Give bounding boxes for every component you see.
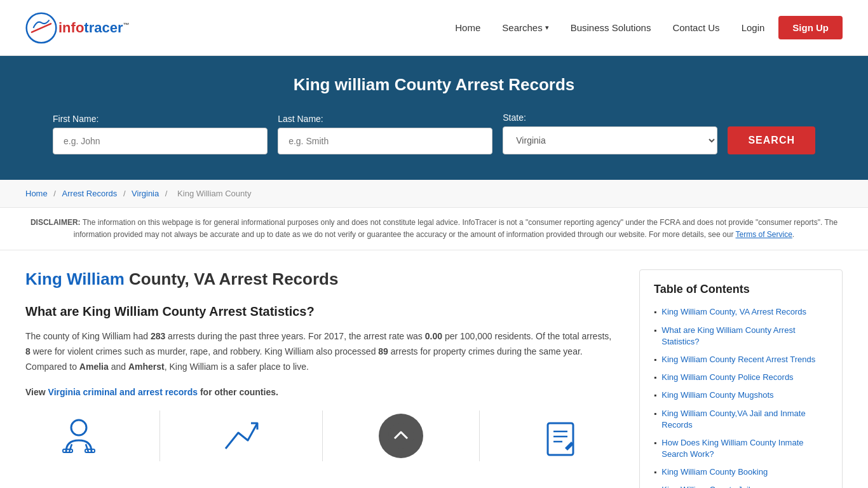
first-name-input[interactable] [53,128,268,154]
disclaimer-label: DISCLAIMER: [31,218,81,227]
state-group: State: Virginia Alabama Alaska Arizona A… [503,112,717,154]
hero-section: King william County Arrest Records First… [0,56,868,180]
property-count: 89 [378,346,388,356]
view-records-link[interactable]: Virginia criminal and arrest records [48,387,198,397]
breadcrumb-sep-3: / [165,189,170,198]
city1: Amelia [79,362,109,372]
search-button[interactable]: SEARCH [728,126,815,154]
nav-login[interactable]: Login [734,17,773,38]
state-select[interactable]: Virginia Alabama Alaska Arizona Arkansas… [503,126,717,154]
main-nav: Home Searches ▾ Business Solutions Conta… [447,16,843,39]
last-name-input[interactable] [278,128,492,154]
svg-rect-4 [63,449,72,452]
toc-item-6: King William County,VA Jail and Inmate R… [654,408,828,431]
breadcrumb-sep-2: / [123,189,128,198]
trend-up-icon [216,410,267,461]
arrests-count: 283 [151,331,165,341]
toc-link-2[interactable]: What are King William County Arrest Stat… [661,325,828,348]
breadcrumb: Home / Arrest Records / Virginia / King … [0,180,868,208]
toc-link-1[interactable]: King William County, VA Arrest Records [661,306,806,318]
toc-link-3[interactable]: King William County Recent Arrest Trends [661,354,815,365]
sidebar: Table of Contents King William County, V… [639,269,843,488]
svg-point-1 [71,420,86,435]
disclaimer-text: The information on this webpage is for g… [74,218,837,239]
toc-box: Table of Contents King William County, V… [639,269,843,488]
svg-line-2 [69,444,72,452]
state-label: State: [503,112,717,123]
svg-line-3 [86,444,88,452]
toc-item-7: How Does King William County Inmate Sear… [654,437,828,460]
toc-item-5: King William County Mugshots [654,390,828,401]
section-heading: What are King William County Arrest Stat… [25,304,614,319]
nav-signup[interactable]: Sign Up [778,16,843,39]
toc-link-8[interactable]: King William County Booking [661,466,768,478]
toc-item-9: King William County Jail [654,484,828,488]
content-body: King William County, VA Arrest Records W… [25,269,639,488]
toc-item-1: King William County, VA Arrest Records [654,306,828,318]
breadcrumb-home[interactable]: Home [25,189,48,198]
svg-rect-5 [85,449,95,452]
city2: Amherst [128,362,165,372]
toc-item-4: King William County Police Records [654,372,828,383]
toc-item-3: King William County Recent Arrest Trends [654,354,828,365]
chevron-down-icon: ▾ [545,24,549,32]
toc-list: King William County, VA Arrest Records W… [654,306,828,488]
breadcrumb-county: King William County [177,189,251,198]
toc-item-8: King William County Booking [654,466,828,478]
first-name-label: First Name: [53,114,268,124]
view-records-line: View Virginia criminal and arrest record… [25,385,614,400]
logo-text: infotracer™ [58,20,129,36]
violent-count: 8 [25,346,31,356]
search-form: First Name: Last Name: State: Virginia A… [53,112,815,154]
heading-rest: County, VA Arrest Records [125,269,339,288]
main-heading: King William County, VA Arrest Records [25,269,614,289]
nav-home[interactable]: Home [447,17,488,38]
logo-icon [25,12,57,44]
toc-link-6[interactable]: King William County,VA Jail and Inmate R… [661,408,828,431]
disclaimer-period: . [792,230,794,239]
svg-rect-7 [548,423,573,455]
arrest-rate: 0.00 [425,331,442,341]
main-content: King William County, VA Arrest Records W… [0,250,868,488]
stats-paragraph: The county of King William had 283 arres… [25,329,614,374]
toc-link-7[interactable]: How Does King William County Inmate Sear… [661,437,828,460]
last-name-label: Last Name: [278,114,492,124]
first-name-group: First Name: [53,114,268,154]
nav-business-solutions[interactable]: Business Solutions [563,17,659,38]
hero-title: King william County Arrest Records [25,75,843,95]
nav-contact-us[interactable]: Contact Us [665,17,727,38]
breadcrumb-virginia[interactable]: Virginia [132,189,159,198]
header: infotracer™ Home Searches ▾ Business Sol… [0,0,868,56]
disclaimer-bar: DISCLAIMER: The information on this webp… [0,208,868,250]
toc-link-9[interactable]: King William County Jail [661,484,750,488]
toc-link-5[interactable]: King William County Mugshots [661,390,773,401]
last-name-group: Last Name: [278,114,492,154]
disclaimer-tos-link[interactable]: Terms of Service [736,230,792,239]
toc-item-2: What are King William County Arrest Stat… [654,325,828,348]
heading-highlight: King William [25,269,125,288]
logo: infotracer™ [25,12,129,44]
nav-searches[interactable]: Searches ▾ [494,17,556,38]
scroll-up-icon[interactable] [379,414,423,458]
edit-icon [535,410,586,461]
toc-heading: Table of Contents [654,283,828,296]
breadcrumb-sep-1: / [53,189,58,198]
breadcrumb-arrest-records[interactable]: Arrest Records [62,189,118,198]
toc-link-4[interactable]: King William County Police Records [661,372,793,383]
svg-point-6 [388,423,414,449]
arrest-icon [53,410,104,461]
icon-row [25,410,614,461]
